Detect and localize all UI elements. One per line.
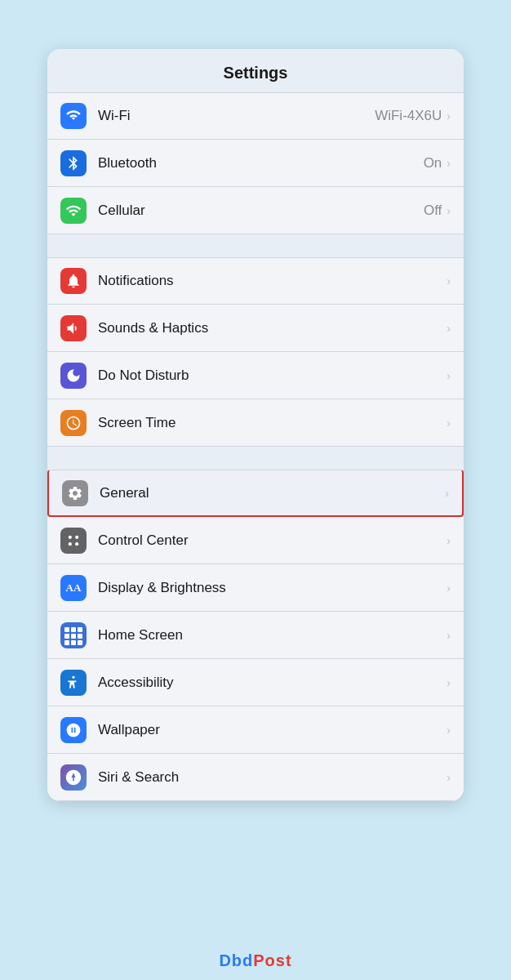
sounds-icon: [60, 315, 87, 341]
controlcenter-chevron: ›: [447, 534, 451, 547]
gap-2: [47, 447, 464, 470]
notifications-chevron: ›: [447, 274, 451, 287]
screentime-chevron: ›: [447, 416, 451, 430]
settings-row-donotdisturb[interactable]: Do Not Disturb ›: [47, 352, 464, 399]
settings-row-controlcenter[interactable]: Control Center ›: [47, 517, 464, 564]
sounds-chevron: ›: [447, 322, 451, 335]
accessibility-label: Accessibility: [98, 675, 447, 691]
wifi-icon: [60, 103, 87, 129]
settings-row-screentime[interactable]: Screen Time ›: [47, 399, 464, 447]
settings-panel: Settings Wi-Fi WiFi-4X6U ›: [47, 49, 464, 801]
svg-point-3: [75, 542, 78, 546]
settings-row-notifications[interactable]: Notifications ›: [47, 257, 464, 305]
donotdisturb-chevron: ›: [447, 369, 451, 382]
svg-point-1: [75, 535, 78, 538]
donotdisturb-label: Do Not Disturb: [98, 368, 447, 384]
siri-chevron: ›: [447, 771, 451, 784]
bluetooth-chevron: ›: [447, 157, 451, 170]
watermark-part1: Dbd: [219, 951, 253, 969]
display-label: Display & Brightness: [98, 580, 447, 596]
notifications-label: Notifications: [98, 273, 447, 289]
wallpaper-icon: [60, 717, 87, 743]
screentime-label: Screen Time: [98, 415, 447, 431]
bluetooth-label: Bluetooth: [98, 155, 424, 172]
cellular-value: Off: [424, 203, 442, 219]
wifi-value: WiFi-4X6U: [375, 108, 442, 124]
settings-row-homescreen[interactable]: Home Screen ›: [47, 612, 464, 659]
bluetooth-value: On: [424, 155, 442, 172]
sounds-label: Sounds & Haptics: [98, 320, 447, 336]
watermark-part2: Post: [253, 951, 291, 969]
homescreen-chevron: ›: [447, 629, 451, 642]
watermark: DbdPost: [219, 951, 291, 970]
wifi-label: Wi-Fi: [98, 108, 375, 124]
settings-row-siri[interactable]: Siri & Search ›: [47, 754, 464, 801]
group-connectivity: Wi-Fi WiFi-4X6U › Bluetooth On ›: [47, 92, 464, 234]
accessibility-chevron: ›: [447, 676, 451, 689]
display-icon: AA: [60, 575, 87, 601]
screentime-icon: [60, 410, 87, 436]
svg-point-2: [69, 542, 72, 546]
controlcenter-label: Control Center: [98, 532, 447, 549]
display-chevron: ›: [447, 581, 451, 595]
siri-icon: [60, 764, 87, 791]
homescreen-icon: [60, 622, 87, 648]
svg-point-0: [69, 535, 72, 538]
siri-label: Siri & Search: [98, 769, 447, 786]
cellular-label: Cellular: [98, 203, 424, 219]
settings-row-wifi[interactable]: Wi-Fi WiFi-4X6U ›: [47, 92, 464, 140]
general-icon: [62, 480, 88, 506]
settings-row-sounds[interactable]: Sounds & Haptics ›: [47, 305, 464, 352]
accessibility-icon: [60, 670, 87, 696]
general-chevron: ›: [445, 487, 449, 500]
settings-row-accessibility[interactable]: Accessibility ›: [47, 659, 464, 706]
notifications-icon: [60, 268, 87, 294]
wallpaper-label: Wallpaper: [98, 722, 447, 738]
general-label: General: [100, 485, 445, 501]
controlcenter-icon: [60, 528, 87, 554]
cellular-chevron: ›: [447, 204, 451, 217]
cellular-icon: [60, 198, 87, 224]
donotdisturb-icon: [60, 363, 87, 389]
homescreen-label: Home Screen: [98, 627, 447, 644]
group-system: Notifications › Sounds & Haptics ›: [47, 257, 464, 447]
settings-row-cellular[interactable]: Cellular Off ›: [47, 187, 464, 234]
bluetooth-icon: [60, 150, 87, 176]
settings-list: Wi-Fi WiFi-4X6U › Bluetooth On ›: [47, 92, 464, 801]
page-title: Settings: [47, 49, 464, 92]
wallpaper-chevron: ›: [447, 724, 451, 737]
gap-1: [47, 234, 464, 257]
wifi-chevron: ›: [447, 109, 451, 122]
settings-row-general[interactable]: General ›: [47, 470, 464, 517]
settings-row-display[interactable]: AA Display & Brightness ›: [47, 564, 464, 612]
settings-row-wallpaper[interactable]: Wallpaper ›: [47, 706, 464, 754]
settings-row-bluetooth[interactable]: Bluetooth On ›: [47, 140, 464, 187]
group-general: General › Control Center ›: [47, 470, 464, 801]
